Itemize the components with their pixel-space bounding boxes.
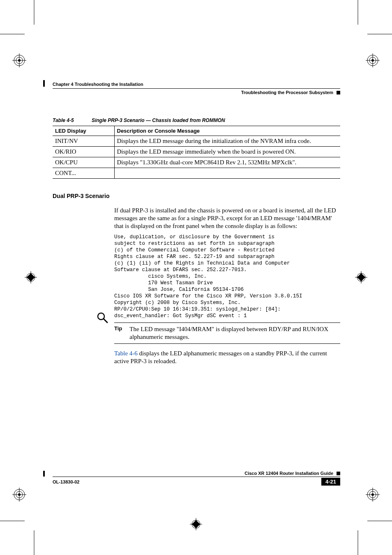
footer-guide-title: Cisco XR 12404 Router Installation Guide: [244, 471, 333, 476]
page-number-badge: 4-21: [321, 478, 340, 486]
table-4-6-link[interactable]: Table 4-6: [114, 350, 138, 357]
crop-mark-br-v: [357, 530, 358, 555]
crop-mark-bl-h: [0, 520, 25, 521]
cell-led: CONT...: [53, 168, 114, 179]
table-row: CONT...: [53, 168, 340, 179]
crop-mark-bl-v: [34, 530, 35, 555]
reg-mark-top-left: [12, 53, 26, 67]
table-caption: Table 4-5 Single PRP-3 Scenario — Chassi…: [53, 117, 340, 123]
tip-block: Tip The LED message "I404/MRAM" is displ…: [114, 322, 340, 344]
table-number: Table 4-5: [53, 117, 74, 123]
cell-led: OK/RIO: [53, 147, 114, 157]
cell-led: OK/CPU: [53, 157, 114, 168]
footer-doc-number: OL-13830-02: [53, 479, 79, 484]
reg-mark-bottom-right: [366, 488, 380, 502]
table-head-col1: LED Display: [53, 126, 114, 136]
crop-mark-br-h: [367, 520, 392, 521]
crop-mark-tr-v: [357, 0, 358, 25]
table-title: Single PRP-3 Scenario — Chassis loaded f…: [92, 117, 225, 123]
subheading: Dual PRP-3 Scenario: [53, 193, 340, 199]
reg-mark-bottom-left: [12, 488, 26, 502]
reg-mark-top-right: [366, 53, 380, 67]
paragraph-intro: If dual PRP-3 is installed and the chass…: [114, 207, 340, 230]
tip-text: The LED message "I404/MRAM" is displayed…: [129, 325, 340, 341]
page-content: Chapter 4 Troubleshooting the Installati…: [53, 80, 340, 368]
header-tick: [43, 80, 45, 87]
cell-desc: Displays the LED message immediately whe…: [114, 147, 340, 157]
table-row: OK/RIO Displays the LED message immediat…: [53, 147, 340, 157]
cell-desc: [114, 168, 340, 179]
table-row: OK/CPU Displays "1.330GHz dual-core MPC8…: [53, 157, 340, 168]
center-mark-left: [25, 271, 37, 283]
crop-mark-tl-v: [34, 0, 35, 25]
paragraph-after-tip-text: displays the LED alphanumeric messages o…: [114, 350, 327, 364]
crop-mark-tr-h: [367, 34, 392, 35]
cell-desc: Displays "1.330GHz dual-core MPC8641D Re…: [114, 157, 340, 168]
section-title: Troubleshooting the Processor Subsystem: [241, 90, 333, 95]
footer-bottom: OL-13830-02 4-21: [53, 477, 340, 486]
crop-mark-tl-h: [0, 34, 25, 35]
tip-icon-wrap: [92, 311, 113, 326]
svg-line-41: [104, 319, 107, 322]
tip-label: Tip: [114, 325, 122, 341]
footer-marker-square: [337, 472, 340, 475]
chapter-title: Chapter 4 Troubleshooting the Installati…: [53, 82, 143, 87]
section-bar: Troubleshooting the Processor Subsystem: [53, 90, 340, 95]
section-marker-square: [337, 91, 340, 94]
chapter-bar: Chapter 4 Troubleshooting the Installati…: [53, 80, 340, 89]
center-mark-right: [355, 271, 367, 283]
cell-desc: Displays the LED message during the init…: [114, 136, 340, 147]
table-row: INIT/NV Displays the LED message during …: [53, 136, 340, 147]
magnifier-icon: [92, 311, 113, 326]
footer-top: Cisco XR 12404 Router Installation Guide: [53, 471, 340, 477]
footer-tick: [43, 471, 45, 477]
table-head-col2: Description or Console Message: [114, 126, 340, 136]
center-mark-bottom: [190, 518, 202, 530]
console-output: Use, duplication, or disclosure by the G…: [114, 234, 340, 319]
led-table: LED Display Description or Console Messa…: [53, 126, 340, 179]
paragraph-after-tip: Table 4-6 displays the LED alphanumeric …: [114, 350, 340, 365]
page-footer: Cisco XR 12404 Router Installation Guide…: [53, 471, 340, 486]
cell-led: INIT/NV: [53, 136, 114, 147]
